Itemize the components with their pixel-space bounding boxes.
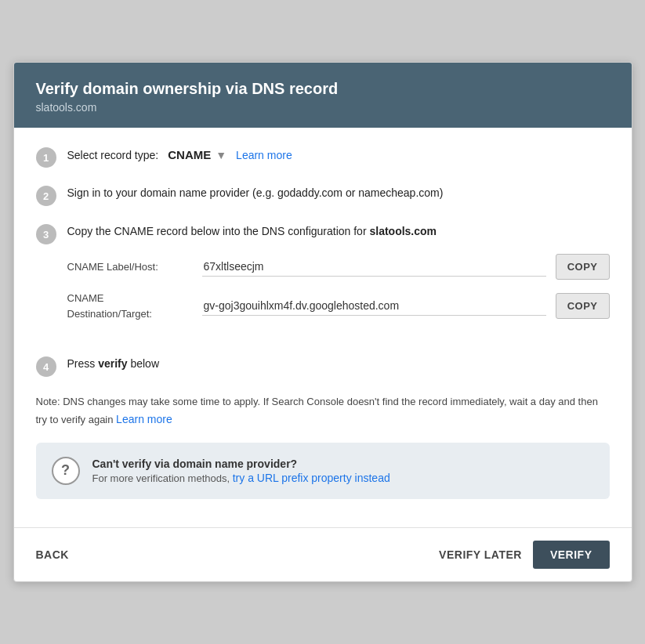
- dialog-header: Verify domain ownership via DNS record s…: [14, 63, 632, 128]
- copy-destination-button[interactable]: COPY: [556, 293, 610, 319]
- dialog-title: Verify domain ownership via DNS record: [36, 80, 610, 98]
- info-box-title: Can't verify via domain name provider?: [92, 458, 390, 470]
- record-type-value: CNAME: [168, 147, 211, 165]
- cname-label-input[interactable]: [202, 257, 546, 277]
- cname-fields: CNAME Label/Host: COPY CNAMEDestination/…: [67, 248, 610, 338]
- step-4-text-before: Press: [67, 357, 99, 370]
- step-3-number: 3: [36, 224, 56, 244]
- cname-label-field-label: CNAME Label/Host:: [67, 259, 193, 275]
- step-4-content: Press verify below: [67, 356, 610, 372]
- step-3-domain: slatools.com: [369, 225, 437, 237]
- step-2: 2 Sign in to your domain name provider (…: [36, 185, 610, 206]
- step-2-content: Sign in to your domain name provider (e.…: [67, 185, 610, 201]
- step-3-text-before: Copy the CNAME record below into the DNS…: [67, 225, 370, 237]
- step-2-number: 2: [36, 186, 56, 206]
- step-3: 3 Copy the CNAME record below into the D…: [36, 223, 610, 338]
- step-1: 1 Select record type: CNAME ▼ Learn more: [36, 147, 610, 168]
- select-record-label: Select record type:: [67, 147, 159, 164]
- learn-more-link-2[interactable]: Learn more: [116, 413, 172, 425]
- learn-more-link-1[interactable]: Learn more: [236, 147, 292, 164]
- url-prefix-link[interactable]: try a URL prefix property instead: [233, 472, 390, 484]
- cname-destination-field-label: CNAMEDestination/Target:: [67, 291, 193, 321]
- step-1-content: Select record type: CNAME ▼ Learn more: [67, 147, 610, 165]
- info-box: ? Can't verify via domain name provider?…: [36, 443, 610, 499]
- verify-domain-dialog: Verify domain ownership via DNS record s…: [13, 62, 632, 582]
- verify-button[interactable]: VERIFY: [533, 541, 610, 569]
- step-4-bold: verify: [98, 357, 127, 370]
- footer-right: VERIFY LATER VERIFY: [439, 541, 609, 569]
- verify-later-button[interactable]: VERIFY LATER: [439, 548, 522, 561]
- cname-label-row: CNAME Label/Host: COPY: [67, 254, 610, 280]
- question-icon: ?: [52, 457, 80, 485]
- record-type-select[interactable]: CNAME ▼: [168, 147, 226, 165]
- dialog-footer: BACK VERIFY LATER VERIFY: [14, 527, 632, 581]
- copy-label-button[interactable]: COPY: [556, 254, 610, 280]
- step-3-content: Copy the CNAME record below into the DNS…: [67, 223, 610, 338]
- step-1-number: 1: [36, 147, 56, 168]
- cname-destination-row: CNAMEDestination/Target: COPY: [67, 291, 610, 321]
- step-4-number: 4: [36, 356, 56, 377]
- step-4: 4 Press verify below: [36, 356, 610, 377]
- info-box-text: Can't verify via domain name provider? F…: [92, 458, 390, 484]
- info-box-desc: For more verification methods, try a URL…: [92, 472, 390, 484]
- step-4-text-after: below: [128, 357, 159, 370]
- chevron-down-icon: ▼: [216, 147, 226, 164]
- info-desc-before: For more verification methods,: [92, 472, 233, 484]
- note-section: Note: DNS changes may take some time to …: [36, 394, 610, 429]
- back-button[interactable]: BACK: [36, 548, 69, 561]
- dialog-body: 1 Select record type: CNAME ▼ Learn more…: [14, 128, 632, 512]
- cname-destination-input[interactable]: [202, 296, 546, 316]
- dialog-subtitle: slatools.com: [36, 101, 610, 114]
